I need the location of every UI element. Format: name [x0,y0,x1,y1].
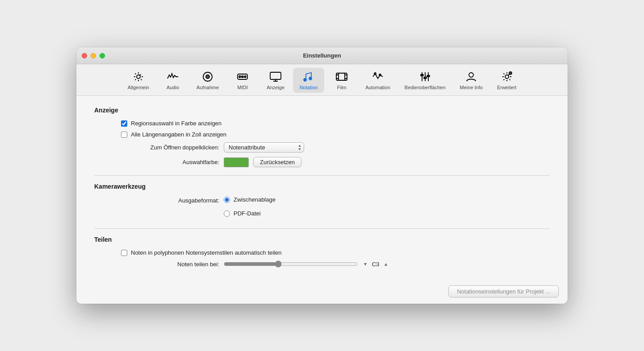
tab-notation[interactable]: Notation [293,68,324,93]
svg-rect-25 [424,77,427,78]
notenteilen-slider[interactable] [224,260,358,268]
tab-allgemein-label: Allgemein [128,85,149,90]
tab-notation-label: Notation [300,85,318,90]
svg-point-6 [244,76,246,78]
content-area: Anzeige Regionsauswahl in Farbe anzeigen… [76,96,568,281]
settings-window: Einstellungen Allgemein Audio Aufnahme [76,47,568,304]
display-icon [269,70,282,83]
checkbox-teilen-label: Noten in polyphonen Notensystemstilen au… [131,249,281,256]
svg-point-10 [304,78,306,81]
gear-icon [132,70,145,83]
radio-pdf[interactable] [224,211,230,217]
svg-rect-7 [270,72,281,79]
tab-automation-label: Automation [365,85,390,90]
doppelklicken-label: Zum Öffnen doppelklicken: [121,144,219,151]
reset-button[interactable]: Zurücksetzen [253,157,301,167]
ausgabeformat-options: Zwischenablage PDF-Datei [224,196,276,220]
checkbox-row-teilen: Noten in polyphonen Notensystemstilen au… [121,249,550,256]
radio-zwischenablage-label: Zwischenablage [234,196,276,203]
tab-automation[interactable]: Automation [359,68,397,93]
anzeige-form: Regionsauswahl in Farbe anzeigen Alle Lä… [94,120,550,167]
radio-pdf-label: PDF-Datei [234,210,261,217]
note-value: C3 [369,261,382,268]
checkbox-farbe[interactable] [121,120,127,127]
checkbox-farbe-label: Regionsauswahl in Farbe anzeigen [131,120,222,127]
svg-point-5 [242,76,243,78]
checkbox-zoll-label: Alle Längenangaben in Zoll anzeigen [131,131,226,138]
kamerawerkzeug-form: Ausgabeformat: Zwischenablage PDF-Datei [94,196,550,220]
teilen-section-title: Teilen [94,236,550,243]
tab-allgemein[interactable]: Allgemein [121,68,155,93]
auswahlfarbe-label: Auswahlfarbe: [121,159,219,165]
tab-erweitert-label: Erweitert [497,85,516,90]
auswahlfarbe-row: Auswahlfarbe: Zurücksetzen [121,157,550,167]
tab-erweitert[interactable]: Erweitert [491,68,523,93]
radio-zwischenablage[interactable] [224,197,230,203]
tab-anzeige[interactable]: Anzeige [260,68,291,93]
svg-point-2 [206,75,209,78]
divider-1 [94,175,550,176]
toolbar: Allgemein Audio Aufnahme MIDI [76,64,568,96]
checkbox-zoll[interactable] [121,132,127,138]
anzeige-section-title: Anzeige [94,107,550,114]
minimize-button[interactable] [91,53,96,58]
notation-icon [302,70,315,83]
tab-meineinfo[interactable]: Meine Info [454,68,489,93]
note-down-button[interactable]: ▾ [363,261,368,267]
midi-icon [236,70,249,83]
zoom-button[interactable] [100,53,105,58]
checkbox-row-zoll: Alle Längenangaben in Zoll anzeigen [121,131,550,138]
project-settings-button[interactable]: Notationseinstellungen für Projekt ... [448,285,559,297]
color-swatch[interactable] [224,157,249,167]
teilen-form: Noten in polyphonen Notensystemstilen au… [94,249,550,268]
fader-icon [419,70,431,83]
radio-row-zwischenablage: Zwischenablage [224,196,276,203]
bottom-bar: Notationseinstellungen für Projekt ... [76,281,568,304]
automation-icon [372,70,384,83]
svg-point-4 [239,76,241,78]
divider-2 [94,228,550,229]
svg-rect-26 [427,75,430,77]
tab-midi[interactable]: MIDI [227,68,258,93]
ausgabeformat-label: Ausgabeformat: [121,196,219,204]
svg-point-28 [505,75,509,78]
slider-row: ▾ C3 ▴ [224,260,388,268]
tab-meineinfo-label: Meine Info [460,85,483,90]
checkbox-row-farbe: Regionsauswahl in Farbe anzeigen [121,120,550,127]
svg-point-20 [379,74,381,76]
doppelklicken-row: Zum Öffnen doppelklicken: Notenattribute… [121,142,550,153]
window-title: Einstellungen [303,52,341,59]
record-icon [201,70,214,83]
traffic-lights [82,53,105,58]
tab-bedienoverflächen-label: Bedienoberflächen [405,85,446,90]
close-button[interactable] [82,53,87,58]
gear2-icon [501,70,513,83]
notenteilen-row: Noten teilen bei: ▾ C3 ▴ [121,260,550,268]
svg-rect-12 [336,73,347,80]
film-icon [335,70,348,83]
titlebar: Einstellungen [76,47,568,64]
note-up-button[interactable]: ▴ [384,261,388,267]
kamerawerkzeug-section-title: Kamerawerkzeug [94,183,550,190]
note-stepper: ▾ C3 ▴ [363,261,388,268]
svg-point-29 [509,72,512,74]
svg-point-27 [469,73,473,77]
svg-point-19 [374,73,376,74]
tab-film[interactable]: Film [326,68,357,93]
checkbox-teilen[interactable] [121,250,127,256]
tab-audio[interactable]: Audio [157,68,188,93]
tab-aufnahme[interactable]: Aufnahme [190,68,225,93]
tab-anzeige-label: Anzeige [267,85,284,90]
tab-aufnahme-label: Aufnahme [197,85,219,90]
doppelklicken-select[interactable]: Notenattribute Note [224,142,304,153]
tab-midi-label: MIDI [238,85,248,90]
svg-point-0 [137,75,140,78]
tab-bedienoverflächen[interactable]: Bedienoberflächen [398,68,452,93]
notenteilen-label: Noten teilen bei: [121,261,219,268]
svg-point-11 [309,77,312,80]
svg-rect-24 [421,74,423,76]
doppelklicken-select-wrapper: Notenattribute Note ▲ ▼ [224,142,304,153]
tab-film-label: Film [337,85,347,90]
audio-icon [167,70,179,83]
person-icon [465,70,477,83]
